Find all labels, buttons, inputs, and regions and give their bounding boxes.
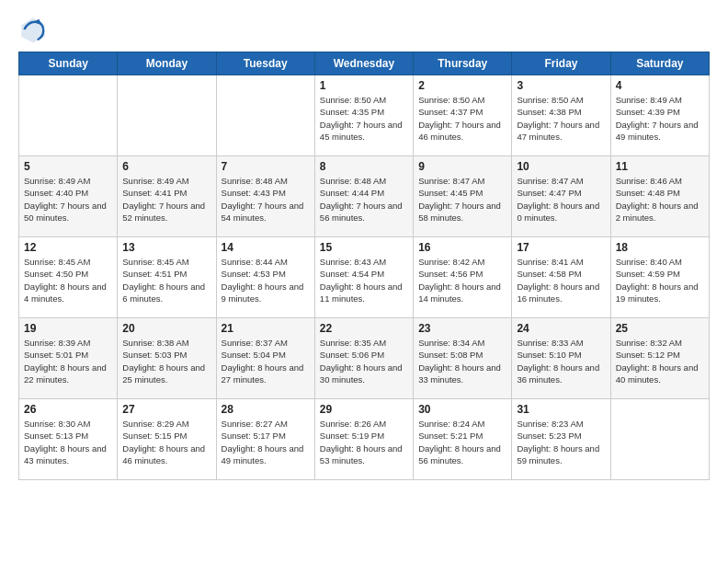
calendar-cell: 3Sunrise: 8:50 AM Sunset: 4:38 PM Daylig… bbox=[512, 75, 610, 156]
cell-text: Sunrise: 8:41 AM Sunset: 4:58 PM Dayligh… bbox=[517, 256, 605, 304]
calendar-cell: 9Sunrise: 8:47 AM Sunset: 4:45 PM Daylig… bbox=[414, 156, 512, 237]
weekday-header-thursday: Thursday bbox=[414, 52, 512, 75]
day-number: 15 bbox=[320, 241, 408, 254]
cell-text: Sunrise: 8:32 AM Sunset: 5:12 PM Dayligh… bbox=[616, 337, 704, 385]
day-number: 24 bbox=[517, 322, 605, 335]
calendar-cell: 6Sunrise: 8:49 AM Sunset: 4:41 PM Daylig… bbox=[118, 156, 216, 237]
cell-text: Sunrise: 8:50 AM Sunset: 4:35 PM Dayligh… bbox=[320, 94, 408, 143]
calendar-cell: 29Sunrise: 8:26 AM Sunset: 5:19 PM Dayli… bbox=[314, 399, 413, 480]
day-number: 7 bbox=[222, 160, 310, 173]
cell-text: Sunrise: 8:49 AM Sunset: 4:40 PM Dayligh… bbox=[24, 175, 112, 224]
day-number: 14 bbox=[222, 241, 310, 254]
cell-text: Sunrise: 8:44 AM Sunset: 4:53 PM Dayligh… bbox=[222, 256, 310, 304]
calendar-table: SundayMondayTuesdayWednesdayThursdayFrid… bbox=[18, 52, 710, 480]
cell-text: Sunrise: 8:35 AM Sunset: 5:06 PM Dayligh… bbox=[320, 337, 408, 385]
calendar-cell: 1Sunrise: 8:50 AM Sunset: 4:35 PM Daylig… bbox=[314, 75, 413, 156]
calendar-cell: 23Sunrise: 8:34 AM Sunset: 5:08 PM Dayli… bbox=[414, 318, 512, 399]
calendar-cell: 10Sunrise: 8:47 AM Sunset: 4:47 PM Dayli… bbox=[512, 156, 610, 237]
day-number: 3 bbox=[517, 79, 605, 92]
day-number: 9 bbox=[418, 160, 506, 173]
cell-text: Sunrise: 8:34 AM Sunset: 5:08 PM Dayligh… bbox=[418, 337, 506, 385]
cell-text: Sunrise: 8:45 AM Sunset: 4:51 PM Dayligh… bbox=[122, 256, 210, 304]
logo-icon bbox=[18, 15, 48, 44]
cell-text: Sunrise: 8:27 AM Sunset: 5:17 PM Dayligh… bbox=[222, 418, 310, 466]
calendar-week-2: 12Sunrise: 8:45 AM Sunset: 4:50 PM Dayli… bbox=[19, 237, 710, 318]
calendar-cell: 30Sunrise: 8:24 AM Sunset: 5:21 PM Dayli… bbox=[414, 399, 512, 480]
day-number: 25 bbox=[616, 322, 704, 335]
calendar-cell: 8Sunrise: 8:48 AM Sunset: 4:44 PM Daylig… bbox=[314, 156, 413, 237]
cell-text: Sunrise: 8:45 AM Sunset: 4:50 PM Dayligh… bbox=[24, 256, 112, 304]
cell-text: Sunrise: 8:38 AM Sunset: 5:03 PM Dayligh… bbox=[122, 337, 210, 385]
day-number: 16 bbox=[418, 241, 506, 254]
calendar-cell bbox=[610, 399, 709, 480]
calendar-cell: 16Sunrise: 8:42 AM Sunset: 4:56 PM Dayli… bbox=[414, 237, 512, 318]
day-number: 17 bbox=[517, 241, 605, 254]
cell-text: Sunrise: 8:39 AM Sunset: 5:01 PM Dayligh… bbox=[24, 337, 112, 385]
calendar-week-0: 1Sunrise: 8:50 AM Sunset: 4:35 PM Daylig… bbox=[19, 75, 710, 156]
day-number: 19 bbox=[24, 322, 112, 335]
day-number: 13 bbox=[122, 241, 210, 254]
day-number: 12 bbox=[24, 241, 112, 254]
cell-text: Sunrise: 8:37 AM Sunset: 5:04 PM Dayligh… bbox=[222, 337, 310, 385]
calendar-week-3: 19Sunrise: 8:39 AM Sunset: 5:01 PM Dayli… bbox=[19, 318, 710, 399]
calendar-cell: 24Sunrise: 8:33 AM Sunset: 5:10 PM Dayli… bbox=[512, 318, 610, 399]
calendar-cell: 14Sunrise: 8:44 AM Sunset: 4:53 PM Dayli… bbox=[216, 237, 314, 318]
calendar-cell: 26Sunrise: 8:30 AM Sunset: 5:13 PM Dayli… bbox=[19, 399, 118, 480]
calendar-cell: 31Sunrise: 8:23 AM Sunset: 5:23 PM Dayli… bbox=[512, 399, 610, 480]
cell-text: Sunrise: 8:43 AM Sunset: 4:54 PM Dayligh… bbox=[320, 256, 408, 304]
cell-text: Sunrise: 8:26 AM Sunset: 5:19 PM Dayligh… bbox=[320, 418, 408, 466]
day-number: 6 bbox=[122, 160, 210, 173]
weekday-header-sunday: Sunday bbox=[19, 52, 118, 75]
calendar-cell: 28Sunrise: 8:27 AM Sunset: 5:17 PM Dayli… bbox=[216, 399, 314, 480]
day-number: 11 bbox=[616, 160, 704, 173]
cell-text: Sunrise: 8:48 AM Sunset: 4:43 PM Dayligh… bbox=[222, 175, 310, 224]
day-number: 8 bbox=[320, 160, 408, 173]
calendar-cell bbox=[19, 75, 118, 156]
calendar-cell: 2Sunrise: 8:50 AM Sunset: 4:37 PM Daylig… bbox=[414, 75, 512, 156]
calendar-cell: 13Sunrise: 8:45 AM Sunset: 4:51 PM Dayli… bbox=[118, 237, 216, 318]
calendar-cell: 20Sunrise: 8:38 AM Sunset: 5:03 PM Dayli… bbox=[118, 318, 216, 399]
weekday-header-monday: Monday bbox=[118, 52, 216, 75]
calendar-cell: 4Sunrise: 8:49 AM Sunset: 4:39 PM Daylig… bbox=[610, 75, 709, 156]
calendar-week-4: 26Sunrise: 8:30 AM Sunset: 5:13 PM Dayli… bbox=[19, 399, 710, 480]
calendar-week-1: 5Sunrise: 8:49 AM Sunset: 4:40 PM Daylig… bbox=[19, 156, 710, 237]
calendar-cell: 27Sunrise: 8:29 AM Sunset: 5:15 PM Dayli… bbox=[118, 399, 216, 480]
weekday-header-tuesday: Tuesday bbox=[216, 52, 314, 75]
calendar-cell: 17Sunrise: 8:41 AM Sunset: 4:58 PM Dayli… bbox=[512, 237, 610, 318]
calendar-cell: 15Sunrise: 8:43 AM Sunset: 4:54 PM Dayli… bbox=[314, 237, 413, 318]
cell-text: Sunrise: 8:48 AM Sunset: 4:44 PM Dayligh… bbox=[320, 175, 408, 224]
calendar-cell bbox=[118, 75, 216, 156]
calendar-cell: 7Sunrise: 8:48 AM Sunset: 4:43 PM Daylig… bbox=[216, 156, 314, 237]
cell-text: Sunrise: 8:47 AM Sunset: 4:45 PM Dayligh… bbox=[418, 175, 506, 224]
day-number: 26 bbox=[24, 403, 112, 416]
day-number: 22 bbox=[320, 322, 408, 335]
weekday-header-wednesday: Wednesday bbox=[314, 52, 413, 75]
cell-text: Sunrise: 8:47 AM Sunset: 4:47 PM Dayligh… bbox=[517, 175, 605, 224]
cell-text: Sunrise: 8:50 AM Sunset: 4:37 PM Dayligh… bbox=[418, 94, 506, 143]
day-number: 4 bbox=[616, 79, 704, 92]
day-number: 5 bbox=[24, 160, 112, 173]
cell-text: Sunrise: 8:30 AM Sunset: 5:13 PM Dayligh… bbox=[24, 418, 112, 466]
day-number: 31 bbox=[517, 403, 605, 416]
cell-text: Sunrise: 8:23 AM Sunset: 5:23 PM Dayligh… bbox=[517, 418, 605, 466]
calendar-cell: 12Sunrise: 8:45 AM Sunset: 4:50 PM Dayli… bbox=[19, 237, 118, 318]
cell-text: Sunrise: 8:40 AM Sunset: 4:59 PM Dayligh… bbox=[616, 256, 704, 304]
day-number: 20 bbox=[122, 322, 210, 335]
calendar-cell: 25Sunrise: 8:32 AM Sunset: 5:12 PM Dayli… bbox=[610, 318, 709, 399]
page: SundayMondayTuesdayWednesdayThursdayFrid… bbox=[0, 0, 728, 489]
day-number: 28 bbox=[222, 403, 310, 416]
calendar-cell: 11Sunrise: 8:46 AM Sunset: 4:48 PM Dayli… bbox=[610, 156, 709, 237]
calendar-cell: 21Sunrise: 8:37 AM Sunset: 5:04 PM Dayli… bbox=[216, 318, 314, 399]
day-number: 1 bbox=[320, 79, 408, 92]
calendar-cell: 5Sunrise: 8:49 AM Sunset: 4:40 PM Daylig… bbox=[19, 156, 118, 237]
weekday-header-saturday: Saturday bbox=[610, 52, 709, 75]
cell-text: Sunrise: 8:50 AM Sunset: 4:38 PM Dayligh… bbox=[517, 94, 605, 143]
logo bbox=[18, 15, 51, 44]
cell-text: Sunrise: 8:42 AM Sunset: 4:56 PM Dayligh… bbox=[418, 256, 506, 304]
calendar-cell: 18Sunrise: 8:40 AM Sunset: 4:59 PM Dayli… bbox=[610, 237, 709, 318]
day-number: 30 bbox=[418, 403, 506, 416]
day-number: 29 bbox=[320, 403, 408, 416]
day-number: 2 bbox=[418, 79, 506, 92]
day-number: 10 bbox=[517, 160, 605, 173]
cell-text: Sunrise: 8:49 AM Sunset: 4:41 PM Dayligh… bbox=[122, 175, 210, 224]
